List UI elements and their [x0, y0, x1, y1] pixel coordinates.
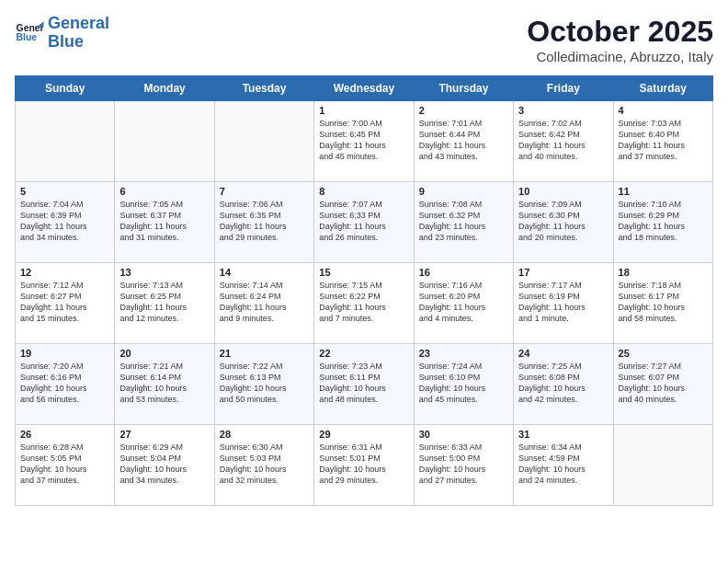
day-number: 7: [220, 186, 309, 197]
day-number: 9: [419, 186, 508, 197]
day-details: Sunrise: 7:13 AMSunset: 6:25 PMDaylight:…: [119, 280, 209, 325]
day-details: Sunrise: 6:34 AMSunset: 4:59 PMDaylight:…: [518, 442, 608, 487]
day-number: 16: [419, 267, 508, 278]
day-number: 5: [20, 186, 109, 197]
day-details: Sunrise: 7:12 AMSunset: 6:27 PMDaylight:…: [20, 280, 109, 325]
day-number: 17: [518, 267, 608, 278]
calendar-cell: 8Sunrise: 7:07 AMSunset: 6:33 PMDaylight…: [314, 182, 414, 263]
day-number: 22: [319, 348, 408, 359]
calendar-cell: 14Sunrise: 7:14 AMSunset: 6:24 PMDayligh…: [214, 263, 313, 344]
day-details: Sunrise: 7:10 AMSunset: 6:29 PMDaylight:…: [619, 199, 708, 244]
day-header-row: SundayMondayTuesdayWednesdayThursdayFrid…: [16, 76, 713, 101]
calendar-cell: [16, 101, 115, 182]
calendar-cell: [214, 101, 313, 182]
day-number: 15: [319, 267, 408, 278]
calendar-cell: 5Sunrise: 7:04 AMSunset: 6:39 PMDaylight…: [16, 182, 115, 263]
calendar-cell: 23Sunrise: 7:24 AMSunset: 6:10 PMDayligh…: [414, 344, 513, 425]
calendar-cell: 15Sunrise: 7:15 AMSunset: 6:22 PMDayligh…: [314, 263, 414, 344]
page-header: General Blue GeneralBlue October 2025 Co…: [15, 15, 713, 64]
logo-text: GeneralBlue: [48, 15, 109, 52]
location-title: Colledimacine, Abruzzo, Italy: [527, 49, 713, 64]
day-details: Sunrise: 6:33 AMSunset: 5:00 PMDaylight:…: [419, 442, 508, 487]
calendar-cell: 24Sunrise: 7:25 AMSunset: 6:08 PMDayligh…: [514, 344, 613, 425]
day-number: 21: [220, 348, 309, 359]
day-number: 31: [518, 429, 608, 440]
day-number: 23: [419, 348, 508, 359]
week-row-5: 26Sunrise: 6:28 AMSunset: 5:05 PMDayligh…: [16, 425, 713, 506]
day-number: 12: [20, 267, 109, 278]
month-title: October 2025: [527, 15, 713, 49]
calendar-cell: 9Sunrise: 7:08 AMSunset: 6:32 PMDaylight…: [414, 182, 513, 263]
day-number: 30: [419, 429, 508, 440]
calendar-cell: 13Sunrise: 7:13 AMSunset: 6:25 PMDayligh…: [115, 263, 214, 344]
day-number: 10: [518, 186, 608, 197]
day-number: 8: [319, 186, 408, 197]
calendar-cell: 28Sunrise: 6:30 AMSunset: 5:03 PMDayligh…: [214, 425, 313, 506]
day-number: 19: [20, 348, 109, 359]
calendar-cell: 26Sunrise: 6:28 AMSunset: 5:05 PMDayligh…: [16, 425, 115, 506]
day-number: 6: [119, 186, 209, 197]
calendar-cell: 21Sunrise: 7:22 AMSunset: 6:13 PMDayligh…: [214, 344, 313, 425]
calendar-cell: 10Sunrise: 7:09 AMSunset: 6:30 PMDayligh…: [514, 182, 613, 263]
day-header-saturday: Saturday: [613, 76, 712, 101]
day-details: Sunrise: 7:24 AMSunset: 6:10 PMDaylight:…: [419, 361, 508, 406]
day-number: 1: [319, 105, 408, 116]
calendar-cell: 30Sunrise: 6:33 AMSunset: 5:00 PMDayligh…: [414, 425, 513, 506]
day-number: 2: [419, 105, 508, 116]
day-header-wednesday: Wednesday: [314, 76, 414, 101]
week-row-1: 1Sunrise: 7:00 AMSunset: 6:45 PMDaylight…: [16, 101, 713, 182]
day-number: 3: [518, 105, 608, 116]
day-details: Sunrise: 7:18 AMSunset: 6:17 PMDaylight:…: [619, 280, 708, 325]
day-header-friday: Friday: [514, 76, 613, 101]
logo: General Blue GeneralBlue: [15, 15, 109, 52]
calendar-cell: 25Sunrise: 7:27 AMSunset: 6:07 PMDayligh…: [613, 344, 712, 425]
day-details: Sunrise: 7:20 AMSunset: 6:16 PMDaylight:…: [20, 361, 109, 406]
day-details: Sunrise: 7:07 AMSunset: 6:33 PMDaylight:…: [319, 199, 408, 244]
calendar-cell: [613, 425, 712, 506]
calendar-cell: 11Sunrise: 7:10 AMSunset: 6:29 PMDayligh…: [613, 182, 712, 263]
day-details: Sunrise: 7:05 AMSunset: 6:37 PMDaylight:…: [119, 199, 209, 244]
day-number: 4: [619, 105, 708, 116]
day-number: 11: [619, 186, 708, 197]
calendar-cell: 20Sunrise: 7:21 AMSunset: 6:14 PMDayligh…: [115, 344, 214, 425]
day-number: 28: [220, 429, 309, 440]
day-details: Sunrise: 7:27 AMSunset: 6:07 PMDaylight:…: [619, 361, 708, 406]
day-details: Sunrise: 7:01 AMSunset: 6:44 PMDaylight:…: [419, 118, 508, 163]
day-number: 14: [220, 267, 309, 278]
day-details: Sunrise: 7:00 AMSunset: 6:45 PMDaylight:…: [319, 118, 408, 163]
day-details: Sunrise: 7:08 AMSunset: 6:32 PMDaylight:…: [419, 199, 508, 244]
calendar-cell: 2Sunrise: 7:01 AMSunset: 6:44 PMDaylight…: [414, 101, 513, 182]
day-header-sunday: Sunday: [16, 76, 115, 101]
day-details: Sunrise: 7:09 AMSunset: 6:30 PMDaylight:…: [518, 199, 608, 244]
calendar-cell: 19Sunrise: 7:20 AMSunset: 6:16 PMDayligh…: [16, 344, 115, 425]
day-details: Sunrise: 6:31 AMSunset: 5:01 PMDaylight:…: [319, 442, 408, 487]
day-details: Sunrise: 7:04 AMSunset: 6:39 PMDaylight:…: [20, 199, 109, 244]
day-details: Sunrise: 7:22 AMSunset: 6:13 PMDaylight:…: [220, 361, 309, 406]
calendar-cell: 4Sunrise: 7:03 AMSunset: 6:40 PMDaylight…: [613, 101, 712, 182]
day-details: Sunrise: 7:03 AMSunset: 6:40 PMDaylight:…: [619, 118, 708, 163]
week-row-4: 19Sunrise: 7:20 AMSunset: 6:16 PMDayligh…: [16, 344, 713, 425]
day-number: 26: [20, 429, 109, 440]
calendar-table: SundayMondayTuesdayWednesdayThursdayFrid…: [15, 75, 713, 506]
calendar-cell: 12Sunrise: 7:12 AMSunset: 6:27 PMDayligh…: [16, 263, 115, 344]
calendar-cell: 18Sunrise: 7:18 AMSunset: 6:17 PMDayligh…: [613, 263, 712, 344]
day-number: 29: [319, 429, 408, 440]
day-number: 18: [619, 267, 708, 278]
title-block: October 2025 Colledimacine, Abruzzo, Ita…: [527, 15, 713, 64]
day-number: 13: [119, 267, 209, 278]
calendar-cell: 1Sunrise: 7:00 AMSunset: 6:45 PMDaylight…: [314, 101, 414, 182]
week-row-2: 5Sunrise: 7:04 AMSunset: 6:39 PMDaylight…: [16, 182, 713, 263]
calendar-cell: [115, 101, 214, 182]
day-number: 25: [619, 348, 708, 359]
calendar-cell: 31Sunrise: 6:34 AMSunset: 4:59 PMDayligh…: [514, 425, 613, 506]
day-header-monday: Monday: [115, 76, 214, 101]
calendar-cell: 6Sunrise: 7:05 AMSunset: 6:37 PMDaylight…: [115, 182, 214, 263]
svg-text:Blue: Blue: [17, 32, 38, 42]
week-row-3: 12Sunrise: 7:12 AMSunset: 6:27 PMDayligh…: [16, 263, 713, 344]
day-details: Sunrise: 6:30 AMSunset: 5:03 PMDaylight:…: [220, 442, 309, 487]
day-details: Sunrise: 7:25 AMSunset: 6:08 PMDaylight:…: [518, 361, 608, 406]
calendar-cell: 3Sunrise: 7:02 AMSunset: 6:42 PMDaylight…: [514, 101, 613, 182]
day-details: Sunrise: 7:23 AMSunset: 6:11 PMDaylight:…: [319, 361, 408, 406]
day-header-tuesday: Tuesday: [214, 76, 313, 101]
day-details: Sunrise: 7:14 AMSunset: 6:24 PMDaylight:…: [220, 280, 309, 325]
